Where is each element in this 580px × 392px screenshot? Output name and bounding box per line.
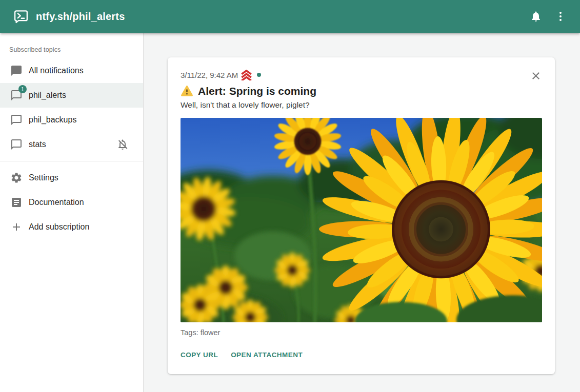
plus-icon: [10, 221, 23, 233]
sidebar-item-label: Documentation: [29, 198, 84, 207]
notification-title: Alert: Spring is coming: [181, 85, 542, 97]
copy-url-button[interactable]: COPY URL: [181, 348, 218, 362]
priority-max-icon: [241, 70, 252, 80]
close-icon: [530, 70, 542, 82]
ntfy-terminal-logo-icon: [13, 9, 29, 24]
unread-dot: [257, 73, 261, 77]
bell-off-icon: [116, 138, 129, 151]
sidebar-item-phil-alerts[interactable]: 1 phil_alerts: [0, 83, 143, 108]
attachment-image[interactable]: [181, 118, 542, 322]
chat-bubble-outline-icon: [10, 138, 23, 151]
notification-actions: COPY URL OPEN ATTACHMENT: [181, 348, 542, 363]
notification-card: 3/11/22, 9:42 AM Alert: Spring is coming…: [168, 57, 555, 374]
sidebar: Subscribed topics All notifications 1 ph…: [0, 33, 144, 392]
kebab-menu-button[interactable]: [548, 4, 573, 29]
sidebar-item-label: Add subscription: [29, 222, 89, 232]
sidebar-item-label: stats: [29, 140, 46, 149]
notification-header: 3/11/22, 9:42 AM: [181, 70, 542, 80]
bell-icon: [530, 10, 542, 23]
close-notification-button[interactable]: [530, 70, 542, 82]
chat-bubble-filled-icon: [10, 65, 23, 77]
open-attachment-button[interactable]: OPEN ATTACHMENT: [231, 348, 303, 362]
subscribed-topics-label: Subscribed topics: [0, 33, 143, 58]
tags-text: Tags: flower: [181, 328, 542, 337]
chat-bubble-outline-icon: [10, 114, 23, 126]
sidebar-item-label: All notifications: [29, 66, 84, 75]
chat-bubble-outline-icon: 1: [10, 89, 23, 101]
sidebar-item-settings[interactable]: Settings: [0, 166, 143, 190]
notifications-bell-button[interactable]: [524, 4, 548, 29]
sidebar-item-phil-backups[interactable]: phil_backups: [0, 108, 143, 132]
sidebar-item-label: phil_alerts: [29, 91, 66, 100]
topbar: ntfy.sh/phil_alerts: [0, 0, 580, 33]
sidebar-item-all-notifications[interactable]: All notifications: [0, 58, 143, 83]
notification-title-text: Alert: Spring is coming: [198, 85, 316, 97]
kebab-menu-icon: [554, 10, 567, 23]
page-title: ntfy.sh/phil_alerts: [36, 11, 125, 23]
sidebar-item-label: phil_backups: [29, 115, 76, 125]
timestamp: 3/11/22, 9:42 AM: [181, 71, 238, 79]
sidebar-item-add-subscription[interactable]: Add subscription: [0, 215, 143, 239]
unread-count-badge: 1: [18, 85, 27, 93]
notification-body: Well, isn't that a lovely flower, piglet…: [181, 100, 542, 110]
sidebar-divider: [0, 161, 143, 161]
sidebar-item-documentation[interactable]: Documentation: [0, 190, 143, 215]
article-icon: [10, 196, 23, 209]
gear-icon: [10, 172, 23, 184]
sidebar-item-label: Settings: [29, 173, 58, 182]
sidebar-item-stats[interactable]: stats: [0, 132, 143, 157]
warning-triangle-icon: [181, 85, 193, 97]
